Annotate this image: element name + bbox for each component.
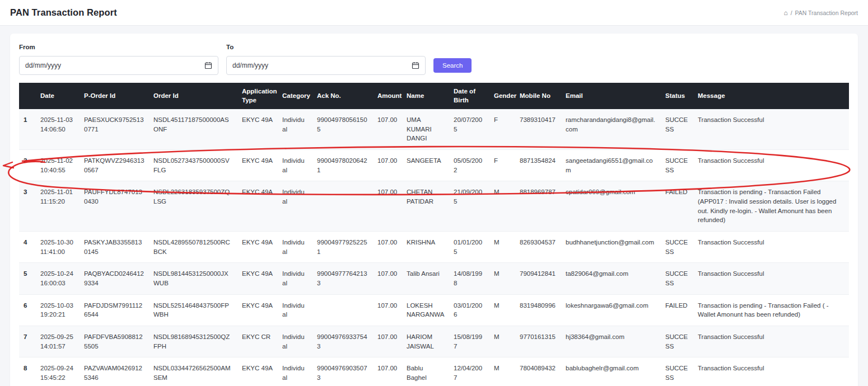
table-row: 32025-11-01 11:15:20PAUFFYDL87470130430N… [19,181,849,232]
cell-p_order_id: PAFDJDSM79911126544 [80,294,149,326]
cell-gender: F [489,109,515,150]
cell-category: Individual [278,357,312,386]
column-header-dob: Date of Birth [449,83,489,109]
cell-email: sangeetadangi6551@gmail.com [561,150,661,181]
cell-p_order_id: PAQBYACD02464129334 [80,263,149,294]
from-label: From [19,44,218,50]
column-header-sno [19,83,36,109]
cell-app_type: EKYC 49A [237,357,278,386]
cell-message: Transaction Successful [693,232,849,263]
cell-message: Transaction Successful [693,357,849,386]
to-date-field: To [226,44,426,75]
cell-status: SUCCESS [661,263,693,294]
column-header-message: Message [693,83,849,109]
cell-date: 2025-10-24 16:00:03 [36,263,80,294]
table-row: 82025-09-24 15:45:22PAZVAVAM04269125346N… [19,357,849,386]
cell-category: Individual [278,232,312,263]
report-card: From To [10,34,858,386]
cell-sno: 1 [19,109,36,150]
cell-ack_no: 990049780206421 [312,150,373,181]
cell-status: SUCCESS [661,150,693,181]
cell-p_order_id: PAFDFVBA59088125505 [80,326,149,357]
cell-app_type: EKYC 49A [237,263,278,294]
calendar-icon[interactable] [412,62,419,69]
cell-email: lokeshnargawa6@gmail.com [561,294,661,326]
table-row: 22025-11-02 10:40:55PATKQWVZ29463130567N… [19,150,849,181]
cell-mobile: 8871354824 [515,150,561,181]
cell-sno: 7 [19,326,36,357]
cell-dob: 03/01/2006 [449,294,489,326]
cell-ack_no: 990049780561505 [312,109,373,150]
column-header-category: Category [278,83,312,109]
home-icon[interactable]: ⌂ [783,10,787,16]
cell-name: CHETAN PATIDAR [402,181,449,232]
cell-amount: 107.00 [373,181,402,232]
cell-date: 2025-09-25 14:01:57 [36,326,80,357]
calendar-icon[interactable] [204,62,212,69]
table-row: 42025-10-30 11:41:00PASKYJAB33558130145N… [19,232,849,263]
cell-name: Talib Ansari [402,263,449,294]
cell-order_id: NSDL45117187500000ASONF [149,109,237,150]
cell-order_id: NSDL03344726562500AMSEM [149,357,237,386]
cell-category: Individual [278,263,312,294]
search-button[interactable]: Search [433,58,472,73]
cell-dob: 21/09/2005 [449,181,489,232]
cell-date: 2025-10-03 19:20:21 [36,294,80,326]
cell-order_id: NSDL98144531250000JXWUB [149,263,237,294]
cell-gender: M [489,326,515,357]
cell-app_type: EKYC 49A [237,294,278,326]
cell-amount: 107.00 [373,294,402,326]
column-header-ack_no: Ack No. [312,83,373,109]
cell-ack_no: 990049779252251 [312,232,373,263]
cell-name: UMA KUMARI DANGI [402,109,449,150]
cell-category: Individual [278,150,312,181]
cell-message: Transaction is pending - Transaction Fai… [693,181,849,232]
table-body: 12025-11-03 14:06:50PAESXUCK97525130771N… [19,109,849,386]
cell-name: SANGEETA [402,150,449,181]
cell-name: KRISHNA [402,232,449,263]
cell-mobile: 8269304537 [515,232,561,263]
cell-mobile: 9770161315 [515,326,561,357]
column-header-p_order_id: P-Order Id [80,83,149,109]
cell-amount: 107.00 [373,232,402,263]
cell-status: SUCCESS [661,232,693,263]
cell-amount: 107.00 [373,263,402,294]
cell-p_order_id: PASKYJAB33558130145 [80,232,149,263]
column-header-order_id: Order Id [149,83,237,109]
cell-sno: 4 [19,232,36,263]
transactions-table: DateP-Order IdOrder IdApplication TypeCa… [19,83,849,386]
cell-date: 2025-09-24 15:45:22 [36,357,80,386]
page-title: PAN Transaction Report [10,7,117,18]
cell-app_type: EKYC 49A [237,150,278,181]
cell-dob: 15/08/1997 [449,326,489,357]
cell-date: 2025-11-01 11:15:20 [36,181,80,232]
cell-name: HARIOM JAISWAL [402,326,449,357]
cell-p_order_id: PATKQWVZ29463130567 [80,150,149,181]
cell-message: Transaction Successful [693,326,849,357]
cell-category: Individual [278,181,312,232]
cell-p_order_id: PAESXUCK97525130771 [80,109,149,150]
filter-bar: From To [19,44,849,75]
cell-p_order_id: PAZVAVAM04269125346 [80,357,149,386]
column-header-mobile: Mobile No [515,83,561,109]
to-date-input[interactable] [232,62,407,69]
column-header-gender: Gender [489,83,515,109]
cell-mobile: 8319480996 [515,294,561,326]
cell-sno: 5 [19,263,36,294]
breadcrumb: ⌂ / PAN Transaction Report [783,10,858,16]
from-date-field: From [19,44,218,75]
table-row: 12025-11-03 14:06:50PAESXUCK97525130771N… [19,109,849,150]
table-row: 52025-10-24 16:00:03PAQBYACD02464129334N… [19,263,849,294]
cell-message: Transaction Successful [693,109,849,150]
to-date-input-wrapper [226,56,426,75]
column-header-email: Email [561,83,661,109]
cell-amount: 107.00 [373,326,402,357]
column-header-amount: Amount [373,83,402,109]
from-date-input[interactable] [25,62,200,69]
cell-status: SUCCESS [661,326,693,357]
cell-email: bablubaghelr@gmail.com [561,357,661,386]
cell-email: budhhanetjunction@gmail.com [561,232,661,263]
cell-gender: F [489,150,515,181]
cell-message: Transaction is pending - Transaction Fai… [693,294,849,326]
breadcrumb-current: PAN Transaction Report [795,10,858,16]
